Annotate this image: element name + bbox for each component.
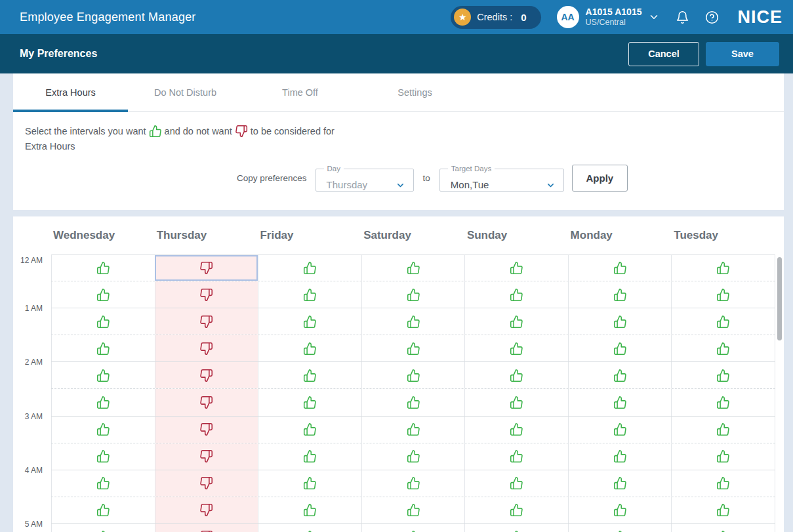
interval-cell-wednesday-0[interactable] <box>51 255 155 281</box>
interval-cell-wednesday-4[interactable] <box>51 362 155 388</box>
interval-cell-wednesday-5[interactable] <box>51 389 155 415</box>
interval-cell-tuesday-1[interactable] <box>671 281 775 308</box>
tab-do-not-disturb[interactable]: Do Not Disturb <box>128 73 243 112</box>
interval-cell-thursday-3[interactable] <box>155 335 258 361</box>
interval-cell-friday-8[interactable] <box>258 470 361 497</box>
interval-cell-tuesday-2[interactable] <box>671 308 775 335</box>
interval-cell-wednesday-3[interactable] <box>51 335 155 361</box>
interval-cell-tuesday-4[interactable] <box>671 362 775 388</box>
interval-cell-sunday-7[interactable] <box>464 443 568 470</box>
user-menu[interactable]: AA A1015 A1015 US/Central <box>557 6 661 28</box>
interval-cell-monday-0[interactable] <box>568 255 672 281</box>
tab-extra-hours[interactable]: Extra Hours <box>13 73 128 112</box>
interval-cell-thursday-8[interactable] <box>155 470 258 497</box>
apply-button[interactable]: Apply <box>572 165 628 192</box>
interval-cell-friday-2[interactable] <box>258 308 361 335</box>
interval-cell-saturday-6[interactable] <box>361 417 465 443</box>
interval-cell-monday-9[interactable] <box>568 497 672 523</box>
interval-cell-sunday-0[interactable] <box>464 255 568 281</box>
interval-cell-wednesday-10[interactable] <box>51 524 155 532</box>
interval-cell-monday-8[interactable] <box>568 470 672 497</box>
thumb-up-icon <box>613 261 627 275</box>
interval-cell-monday-4[interactable] <box>568 362 672 388</box>
thumb-up-icon <box>613 315 627 329</box>
interval-cell-monday-5[interactable] <box>568 389 672 415</box>
interval-cell-tuesday-7[interactable] <box>671 443 775 470</box>
interval-cell-sunday-8[interactable] <box>464 470 568 497</box>
interval-cell-sunday-3[interactable] <box>464 335 568 361</box>
interval-cell-thursday-2[interactable] <box>155 308 258 335</box>
save-button[interactable]: Save <box>706 42 779 66</box>
help-icon[interactable] <box>705 10 719 24</box>
interval-cell-sunday-1[interactable] <box>464 281 568 308</box>
interval-cell-friday-4[interactable] <box>258 362 361 388</box>
interval-cell-sunday-2[interactable] <box>464 308 568 335</box>
interval-cell-saturday-7[interactable] <box>361 443 465 470</box>
thumb-up-icon <box>613 422 627 436</box>
interval-cell-friday-0[interactable] <box>258 255 361 281</box>
interval-cell-monday-6[interactable] <box>568 417 672 443</box>
interval-cell-tuesday-6[interactable] <box>671 417 775 443</box>
interval-cell-thursday-6[interactable] <box>155 417 258 443</box>
credits-badge[interactable]: ★ Credits : 0 <box>451 6 540 29</box>
interval-cell-wednesday-2[interactable] <box>51 308 155 335</box>
interval-cell-tuesday-0[interactable] <box>671 255 775 281</box>
interval-cell-thursday-10[interactable] <box>155 524 258 532</box>
interval-cell-tuesday-5[interactable] <box>671 389 775 415</box>
interval-cell-saturday-9[interactable] <box>361 497 465 523</box>
interval-cell-tuesday-9[interactable] <box>671 497 775 523</box>
interval-cell-saturday-10[interactable] <box>361 524 465 532</box>
interval-cell-wednesday-8[interactable] <box>51 470 155 497</box>
interval-cell-sunday-4[interactable] <box>464 362 568 388</box>
interval-cell-friday-3[interactable] <box>258 335 361 361</box>
interval-cell-friday-6[interactable] <box>258 417 361 443</box>
to-label: to <box>423 173 430 183</box>
scrollbar-thumb[interactable] <box>777 257 782 340</box>
interval-cell-tuesday-10[interactable] <box>671 524 775 532</box>
thumb-up-icon <box>716 369 730 382</box>
interval-cell-saturday-3[interactable] <box>361 335 465 361</box>
tab-time-off[interactable]: Time Off <box>243 73 357 112</box>
thumb-up-icon <box>407 422 420 436</box>
interval-cell-sunday-10[interactable] <box>464 524 568 532</box>
interval-cell-saturday-2[interactable] <box>361 308 465 335</box>
target-days-dropdown[interactable]: Target Days Mon,Tue <box>439 165 564 192</box>
interval-cell-monday-10[interactable] <box>568 524 672 532</box>
interval-cell-thursday-1[interactable] <box>155 281 258 308</box>
interval-cell-wednesday-9[interactable] <box>51 497 155 523</box>
interval-cell-wednesday-6[interactable] <box>51 417 155 443</box>
interval-cell-saturday-1[interactable] <box>361 281 465 308</box>
interval-cell-tuesday-3[interactable] <box>671 335 775 361</box>
interval-cell-saturday-8[interactable] <box>361 470 465 497</box>
day-dropdown[interactable]: Day Thursday <box>315 165 414 192</box>
interval-cell-saturday-5[interactable] <box>361 389 465 415</box>
interval-cell-thursday-9[interactable] <box>155 497 258 523</box>
interval-cell-sunday-5[interactable] <box>464 389 568 415</box>
day-header-monday: Monday <box>569 229 672 242</box>
interval-cell-tuesday-8[interactable] <box>671 470 775 497</box>
grid-row-2 <box>51 308 775 335</box>
interval-cell-monday-7[interactable] <box>568 443 672 470</box>
tab-settings[interactable]: Settings <box>357 73 472 112</box>
interval-cell-monday-2[interactable] <box>568 308 672 335</box>
interval-cell-thursday-5[interactable] <box>155 389 258 415</box>
interval-cell-wednesday-7[interactable] <box>51 443 155 470</box>
notifications-bell-icon[interactable] <box>676 10 689 24</box>
interval-cell-sunday-6[interactable] <box>464 417 568 443</box>
interval-cell-thursday-0[interactable] <box>155 255 258 281</box>
interval-cell-saturday-0[interactable] <box>361 255 465 281</box>
grid-scrollbar[interactable] <box>777 257 782 532</box>
interval-cell-thursday-4[interactable] <box>155 362 258 388</box>
interval-cell-friday-9[interactable] <box>258 497 361 523</box>
interval-cell-saturday-4[interactable] <box>361 362 465 388</box>
interval-cell-friday-1[interactable] <box>258 281 361 308</box>
interval-cell-friday-5[interactable] <box>258 389 361 415</box>
cancel-button[interactable]: Cancel <box>628 42 699 66</box>
interval-cell-friday-7[interactable] <box>258 443 361 470</box>
interval-cell-sunday-9[interactable] <box>464 497 568 523</box>
interval-cell-monday-3[interactable] <box>568 335 672 361</box>
interval-cell-friday-10[interactable] <box>258 524 361 532</box>
interval-cell-monday-1[interactable] <box>568 281 672 308</box>
interval-cell-thursday-7[interactable] <box>155 443 258 470</box>
interval-cell-wednesday-1[interactable] <box>51 281 155 308</box>
